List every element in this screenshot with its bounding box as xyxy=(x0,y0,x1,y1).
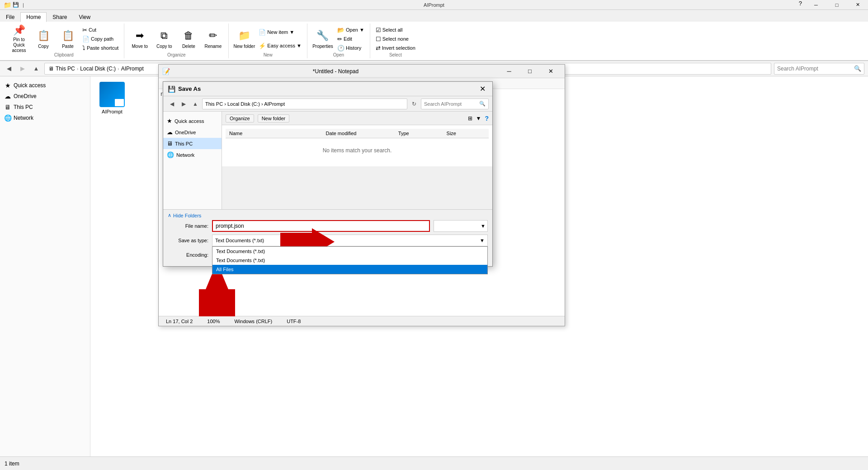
close-button[interactable]: ✕ xyxy=(847,0,868,10)
maximize-button[interactable]: □ xyxy=(826,0,847,10)
notepad-line-col: Ln 17, Col 2 xyxy=(162,319,196,324)
folder-icon xyxy=(99,82,125,107)
new-folder-button[interactable]: 📁 New folder xyxy=(232,25,256,52)
cut-icon: ✂ xyxy=(82,27,87,33)
dropdown-option-txt1[interactable]: Text Documents (*.txt) xyxy=(212,247,487,256)
column-date[interactable]: Date modified xyxy=(326,131,398,136)
dialog-sidebar-network[interactable]: 🌐 Network xyxy=(163,149,222,160)
dialog-this-pc-icon: 🖥 xyxy=(167,140,173,147)
quick-save-icon: 💾 xyxy=(13,2,19,8)
sidebar-item-onedrive[interactable]: ☁ OneDrive xyxy=(0,91,90,102)
notepad-close-button[interactable]: ✕ xyxy=(540,65,561,78)
pin-icon: 📌 xyxy=(12,24,26,36)
select-all-button[interactable]: ☑ Select all xyxy=(374,26,417,34)
title-bar-icons: 📁 💾 | xyxy=(4,1,24,9)
file-name-input[interactable] xyxy=(212,220,430,232)
minimize-button[interactable]: ─ xyxy=(806,0,826,10)
dialog-help-button[interactable]: ? xyxy=(485,115,489,122)
up-button[interactable]: ▲ xyxy=(31,63,42,74)
copy-path-button[interactable]: 📄 Copy path xyxy=(80,35,120,43)
rename-button[interactable]: ✏ Rename xyxy=(201,25,225,52)
copy-to-button[interactable]: ⧉ Copy to xyxy=(152,25,176,52)
notepad-title-text: *Untitled - Notepad xyxy=(173,68,499,75)
dialog-up-button[interactable]: ▲ xyxy=(190,99,200,109)
search-area: 🔍 xyxy=(774,63,864,75)
column-size[interactable]: Size xyxy=(447,131,485,136)
hide-folders-row[interactable]: ∧ Hide Folders xyxy=(168,212,488,218)
dialog-address-bar[interactable]: This PC › Local Disk (C:) › AIPrompt xyxy=(202,99,407,109)
dropdown-option-allfiles[interactable]: All Files xyxy=(212,265,487,274)
dialog-sidebar-quick-access[interactable]: ★ Quick access xyxy=(163,115,222,127)
paste-shortcut-button[interactable]: ⤵ Paste shortcut xyxy=(80,44,120,52)
tab-share[interactable]: Share xyxy=(47,12,73,22)
cut-button[interactable]: ✂ Cut xyxy=(80,26,120,34)
no-items-message: No items match your search. xyxy=(226,138,489,163)
new-small-buttons: 📄 New item ▼ ⚡ Easy access ▼ xyxy=(257,25,303,52)
edit-button[interactable]: ✏ Edit xyxy=(335,35,366,43)
dialog-search-input[interactable] xyxy=(424,101,479,107)
sidebar-item-network[interactable]: 🌐 Network xyxy=(0,113,90,123)
copy-button[interactable]: 📋 Copy xyxy=(32,25,55,52)
dialog-refresh-button[interactable]: ↻ xyxy=(409,99,419,109)
ribbon-group-clipboard: 📌 Pin to Quick access 📋 Copy 📋 Paste ✂ xyxy=(4,24,124,58)
crumb-aiprompt[interactable]: AIPrompt xyxy=(121,66,144,72)
filename-dropdown-arrow[interactable]: ▼ xyxy=(434,220,488,232)
save-type-display[interactable]: Text Documents (*.txt) ▼ xyxy=(212,235,488,246)
notepad-minimize-button[interactable]: ─ xyxy=(499,65,519,78)
dialog-new-folder-button[interactable]: New folder xyxy=(258,114,290,122)
save-as-dialog: 💾 Save As ✕ ◀ ▶ ▲ This PC › Local Disk (… xyxy=(163,81,493,267)
view-mode-button[interactable]: ⊞ xyxy=(468,115,472,122)
dialog-back-button[interactable]: ◀ xyxy=(167,99,177,109)
forward-button[interactable]: ▶ xyxy=(17,63,28,74)
column-name[interactable]: Name xyxy=(229,131,326,136)
dialog-toolbar: Organize New folder ⊞ ▼ ? xyxy=(222,112,492,125)
dropdown-option-txt2[interactable]: Text Documents (*.txt) xyxy=(212,256,487,265)
invert-selection-button[interactable]: ⇄ Invert selection xyxy=(374,44,417,52)
properties-icon: 🔧 xyxy=(316,28,330,43)
history-button[interactable]: 🕐 History xyxy=(335,44,366,52)
view-toggle-button[interactable]: ▼ xyxy=(476,115,481,122)
move-to-button[interactable]: ➡ Move to xyxy=(128,25,151,52)
status-item-count: 1 item xyxy=(5,461,19,467)
sidebar-item-quick-access[interactable]: ★ Quick access xyxy=(0,80,90,91)
back-button[interactable]: ◀ xyxy=(4,63,14,74)
footer-savetype-row: Save as type: Text Documents (*.txt) ▼ T… xyxy=(168,235,488,246)
easy-access-icon: ⚡ xyxy=(259,42,266,49)
file-item-aiprompt[interactable]: AIPrompt xyxy=(94,80,130,116)
tab-view[interactable]: View xyxy=(73,12,96,22)
select-none-button[interactable]: ☐ Select none xyxy=(374,35,417,43)
ribbon-select-content: ☑ Select all ☐ Select none ⇄ Invert sele… xyxy=(374,24,417,52)
column-type[interactable]: Type xyxy=(398,131,447,136)
paste-shortcut-icon: ⤵ xyxy=(82,45,85,52)
search-icon[interactable]: 🔍 xyxy=(854,65,861,72)
save-type-dropdown-arrow: ▼ xyxy=(480,238,485,243)
dialog-organize-button[interactable]: Organize xyxy=(226,114,254,122)
help-icon[interactable]: ? xyxy=(795,0,806,10)
dialog-sidebar-this-pc[interactable]: 🖥 This PC xyxy=(163,138,222,149)
dialog-search-icon[interactable]: 🔍 xyxy=(479,101,486,107)
properties-button[interactable]: 🔧 Properties xyxy=(311,25,335,52)
sidebar-item-this-pc[interactable]: 🖥 This PC xyxy=(0,102,90,113)
separator: | xyxy=(23,2,24,8)
edit-icon: ✏ xyxy=(337,36,342,42)
easy-access-button[interactable]: ⚡ Easy access ▼ xyxy=(257,42,303,50)
dialog-nav-bar: ◀ ▶ ▲ This PC › Local Disk (C:) › AIProm… xyxy=(163,96,492,112)
tab-home[interactable]: Home xyxy=(20,12,47,22)
crumb-thispc[interactable]: This PC xyxy=(56,66,75,72)
search-input[interactable] xyxy=(777,66,854,72)
tab-file[interactable]: File xyxy=(0,12,20,22)
dialog-sidebar-onedrive[interactable]: ☁ OneDrive xyxy=(163,127,222,138)
dialog-close-button[interactable]: ✕ xyxy=(477,84,488,94)
new-item-button[interactable]: 📄 New item ▼ xyxy=(257,28,303,37)
delete-button[interactable]: 🗑 Delete xyxy=(177,25,200,52)
organize-label: Organize xyxy=(167,52,186,58)
pin-to-quick-access-button[interactable]: 📌 Pin to Quick access xyxy=(7,25,31,52)
paste-button[interactable]: 📋 Paste xyxy=(56,25,80,52)
open-button[interactable]: 📂 Open ▼ xyxy=(335,26,366,34)
copy-to-label: Copy to xyxy=(156,44,172,49)
status-bar: 1 item xyxy=(0,456,868,470)
crumb-localdisk[interactable]: Local Disk (C:) xyxy=(80,66,116,72)
dialog-forward-button[interactable]: ▶ xyxy=(179,99,189,109)
sidebar-item-label: Network xyxy=(14,115,33,121)
notepad-maximize-button[interactable]: □ xyxy=(519,65,540,78)
